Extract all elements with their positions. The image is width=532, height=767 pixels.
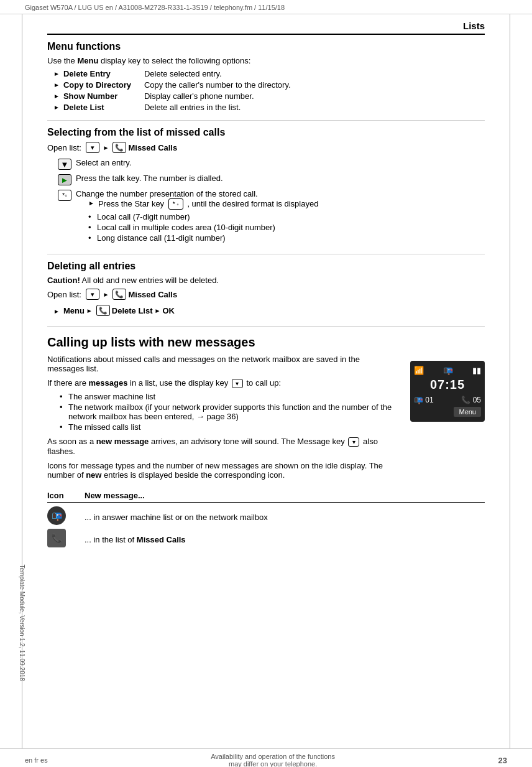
calling-text: Notifications about missed calls and mes… bbox=[47, 355, 398, 485]
step-rows: ▼ Select an entry. ► Press the talk key.… bbox=[53, 158, 485, 244]
bullet-item: The missed calls list bbox=[60, 422, 398, 432]
phone-right-icon: 📞 05 bbox=[461, 396, 481, 404]
step-3: *◦ Change the number presentation of the… bbox=[53, 189, 485, 244]
arrow-icon: ► bbox=[53, 104, 60, 111]
delete-list-label: Delete List bbox=[112, 306, 153, 315]
calling-para2: If there are messages in a list, use the… bbox=[47, 378, 398, 388]
step-3-desc: Change the number presentation of the st… bbox=[76, 189, 485, 244]
star-key-box: * ◦ bbox=[168, 198, 183, 210]
arrow-icon: ► bbox=[53, 70, 60, 77]
selecting-section: Selecting from the list of missed calls … bbox=[47, 127, 485, 254]
calling-bullet-list: The answer machine list The network mail… bbox=[60, 392, 398, 432]
bullet-item: Local call in multiple codes area (10-di… bbox=[88, 223, 485, 232]
menu-item-show-number: ► Show Number Display caller's phone num… bbox=[47, 91, 485, 101]
menu-item-copy: ► Copy to Directory Copy the caller's nu… bbox=[47, 80, 485, 90]
step-1: ▼ Select an entry. bbox=[53, 158, 485, 170]
menu-label: Menu bbox=[63, 306, 85, 315]
phone-screen: 📶 📭 ▮▮ 07:15 📭 01 📞 05 Menu bbox=[410, 361, 485, 422]
icon-table: Icon New message... 📭 ... in answer mach… bbox=[47, 491, 485, 547]
icon-col-header: Icon bbox=[47, 491, 85, 500]
left-margin: Template Module, Version 1.2, 11.09.2018 bbox=[0, 14, 22, 748]
menu-key-show-number: Show Number bbox=[63, 91, 144, 101]
deleting-caution: Caution! All old and new entries will be… bbox=[47, 276, 485, 285]
answer-machine-desc: ... in answer machine list or on the net… bbox=[85, 509, 485, 522]
phone-time: 07:15 bbox=[414, 378, 481, 392]
footer-center: Availability and operation of the functi… bbox=[48, 753, 498, 767]
bullet-item: The answer machine list bbox=[60, 392, 398, 401]
menu-key-delete-list: Delete List bbox=[63, 103, 144, 112]
select-icon: ▼ bbox=[58, 159, 71, 170]
page-footer: en fr es Availability and operation of t… bbox=[0, 748, 532, 767]
calling-title: Calling up lists with new messages bbox=[47, 335, 485, 350]
menu-desc-delete-entry: Delete selected entry. bbox=[144, 69, 485, 78]
phone-menu-bar: Menu bbox=[414, 407, 481, 417]
menu-desc-copy: Copy the caller's number to the director… bbox=[144, 80, 485, 90]
missed-calls-icon: 📞 bbox=[112, 142, 126, 153]
icon-row-answer-machine: 📭 ... in answer machine list or on the n… bbox=[47, 506, 485, 525]
bullet-item: Long distance call (11-digit number) bbox=[88, 233, 485, 243]
nav-arrow: ► bbox=[103, 144, 109, 151]
main-content: Lists Menu functions Use the Menu displa… bbox=[22, 14, 510, 748]
phone-bottom-row: 📭 01 📞 05 bbox=[414, 396, 481, 404]
battery-icon: ▮▮ bbox=[472, 366, 481, 375]
step-icon-star: *◦ bbox=[53, 189, 76, 201]
icon-table-header: Icon New message... bbox=[47, 491, 485, 503]
menu-desc-show-number: Display caller's phone number. bbox=[144, 91, 485, 101]
menu-key-copy: Copy to Directory bbox=[63, 80, 144, 90]
deleting-open-list-row: Open list: ▾ ► 📞 Missed Calls bbox=[47, 289, 485, 300]
delete-list-icon: 📞 bbox=[96, 305, 110, 316]
menu-key-delete-entry: Delete Entry bbox=[63, 69, 144, 78]
side-label: Template Module, Version 1.2, 11.09.2018 bbox=[19, 565, 25, 677]
bullet-item: Local call (7-digit number) bbox=[88, 212, 485, 221]
icon-row-missed-calls: 📞 ... in the list of Missed Calls bbox=[47, 529, 485, 547]
missed-calls-label: Missed Calls bbox=[128, 143, 177, 152]
footer-line1: Availability and operation of the functi… bbox=[48, 753, 498, 760]
nav-arrow: ► bbox=[103, 291, 109, 298]
missed-calls-icon-cell: 📞 bbox=[47, 529, 85, 547]
open-list-label: Open list: bbox=[47, 143, 81, 152]
selecting-title: Selecting from the list of missed calls bbox=[47, 127, 485, 138]
voicemail-icon: 📭 bbox=[443, 366, 453, 375]
step-2: ► Press the talk key. The number is dial… bbox=[53, 174, 485, 185]
open-list-row: Open list: ▾ ► 📞 Missed Calls bbox=[47, 142, 485, 153]
bullet-item: The network mailbox (if your network pro… bbox=[60, 402, 398, 421]
nav-icon: ▾ bbox=[86, 142, 99, 153]
step-icon-select: ▼ bbox=[53, 158, 76, 170]
deleting-title: Deleting all entries bbox=[47, 261, 485, 272]
phone-top-icons: 📶 📭 ▮▮ bbox=[414, 366, 481, 375]
menu-item-delete-list: ► Delete List Delete all entries in the … bbox=[47, 103, 485, 112]
deleting-section: Deleting all entries Caution! All old an… bbox=[47, 261, 485, 327]
answer-machine-icon-cell: 📭 bbox=[47, 506, 85, 525]
signal-icon: 📶 bbox=[414, 366, 424, 375]
msg-col-header: New message... bbox=[85, 491, 485, 500]
menu-item-delete-entry: ► Delete Entry Delete selected entry. bbox=[47, 69, 485, 78]
right-margin bbox=[510, 14, 532, 748]
menu-functions-title: Menu functions bbox=[47, 41, 485, 52]
page-title: Lists bbox=[47, 21, 485, 35]
phone-display: 📶 📭 ▮▮ 07:15 📭 01 📞 05 Menu bbox=[410, 355, 485, 422]
arrow-icon: ► bbox=[53, 81, 60, 88]
answer-machine-icon: 📭 bbox=[47, 506, 66, 525]
message-key-icon: ▾ bbox=[348, 437, 359, 447]
header-text: Gigaset W570A / LUG US en / A31008-M2728… bbox=[25, 4, 285, 11]
nav-icon: ▾ bbox=[86, 289, 99, 300]
menu-desc-delete-list: Delete all entries in the list. bbox=[144, 103, 485, 112]
step-2-desc: Press the talk key. The number is dialle… bbox=[76, 174, 485, 183]
talk-key-icon: ► bbox=[58, 174, 71, 185]
page-header: Gigaset W570A / LUG US en / A31008-M2728… bbox=[0, 0, 532, 14]
deleting-missed-calls-label: Missed Calls bbox=[128, 290, 177, 299]
calling-para4: Icons for message types and the number o… bbox=[47, 461, 398, 480]
calling-section: Calling up lists with new messages Notif… bbox=[47, 335, 485, 547]
arrow-icon: ► bbox=[53, 308, 60, 315]
display-key-icon: ▾ bbox=[232, 379, 243, 388]
missed-calls-icon: 📞 bbox=[112, 289, 126, 300]
calling-body: Notifications about missed calls and mes… bbox=[47, 355, 485, 485]
ok-label: OK bbox=[162, 306, 175, 315]
star-icon: *◦ bbox=[58, 190, 71, 201]
calling-para1: Notifications about missed calls and mes… bbox=[47, 355, 398, 373]
missed-calls-desc: ... in the list of Missed Calls bbox=[85, 532, 485, 544]
footer-page: 23 bbox=[498, 756, 507, 765]
step-icon-talk: ► bbox=[53, 174, 76, 185]
phone-menu-btn: Menu bbox=[454, 407, 481, 417]
sub-step-row: ► Press the Star key * ◦ , until the des… bbox=[88, 198, 485, 210]
